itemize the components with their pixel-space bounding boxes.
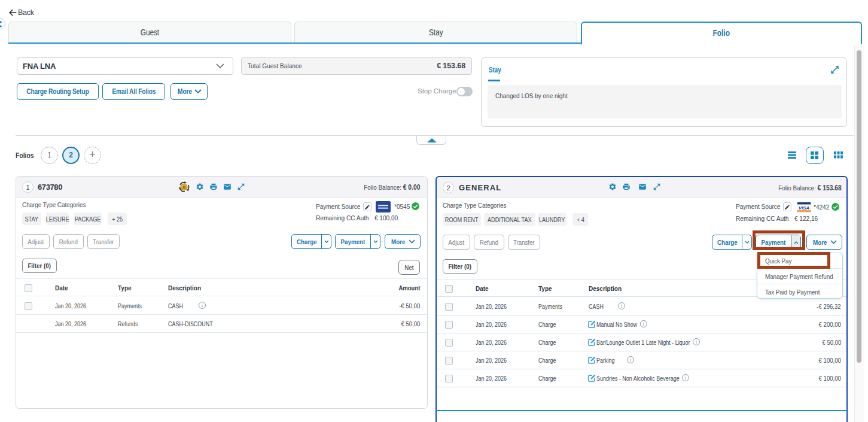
svg-text:$: $ bbox=[182, 185, 185, 190]
svg-text:VISA: VISA bbox=[799, 205, 810, 211]
